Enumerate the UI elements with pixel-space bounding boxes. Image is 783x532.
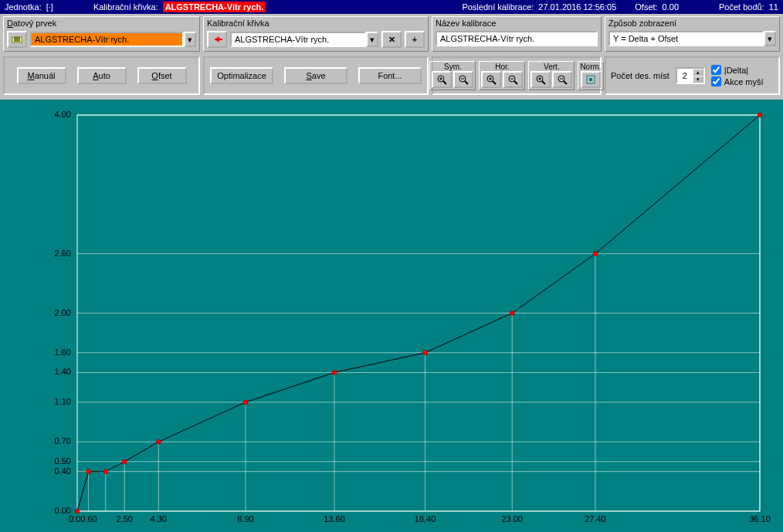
- panel-options: Počet des. míst ▴▾ |Delta| Akce myší: [605, 56, 780, 95]
- check-delta[interactable]: |Delta|: [711, 65, 764, 75]
- cal-curve-combo[interactable]: ▾: [230, 32, 378, 47]
- status-points-label: Počet bodů:: [719, 2, 764, 12]
- svg-line-13: [493, 81, 496, 84]
- svg-text:0.00.60: 0.00.60: [69, 514, 97, 524]
- auto-button[interactable]: Auto: [77, 67, 127, 84]
- toolbar-row-1: Datový prvek ▾ Kalibrační křivka ▾ ✕ +: [0, 14, 783, 54]
- zoom-hor-out-button[interactable]: [503, 71, 523, 88]
- svg-text:0.50: 0.50: [55, 456, 71, 466]
- zoom-hor-group: Hor.: [479, 61, 525, 90]
- delete-curve-button[interactable]: ✕: [381, 31, 402, 48]
- status-offset-label: Ofset:: [635, 2, 657, 12]
- svg-text:18.40: 18.40: [415, 514, 436, 524]
- svg-point-76: [423, 351, 428, 355]
- svg-point-70: [86, 469, 91, 474]
- check-mouse[interactable]: Akce myší: [711, 76, 764, 86]
- svg-text:2.00: 2.00: [55, 308, 71, 317]
- cal-curve-label: Kalibrační křivka: [207, 19, 425, 29]
- status-points-value: 11: [769, 2, 778, 12]
- zoom-vert-in-button[interactable]: [530, 71, 551, 88]
- display-mode-combo[interactable]: ▾: [608, 31, 776, 46]
- decimals-input[interactable]: [677, 71, 693, 80]
- svg-point-77: [510, 311, 514, 316]
- svg-rect-27: [589, 78, 592, 81]
- svg-text:36.10: 36.10: [749, 514, 771, 524]
- add-curve-button[interactable]: +: [405, 31, 425, 48]
- svg-point-78: [593, 252, 598, 256]
- status-unit-label: Jednotka:: [5, 2, 42, 12]
- panel-file-buttons: Optimalizace Save Font...: [203, 56, 429, 95]
- group-data-element: Datový prvek ▾: [3, 16, 200, 52]
- status-unit-value: [·]: [46, 2, 53, 12]
- svg-text:4.30: 4.30: [151, 514, 167, 524]
- svg-line-20: [542, 81, 545, 84]
- status-offset-value: 0.00: [663, 2, 679, 12]
- dropdown-icon[interactable]: ▾: [184, 32, 196, 47]
- svg-point-71: [103, 469, 108, 474]
- data-element-input[interactable]: [30, 32, 184, 47]
- data-element-lookup-button[interactable]: [7, 31, 27, 48]
- display-mode-input[interactable]: [608, 31, 764, 46]
- zoom-vert-label: Vert.: [544, 63, 560, 71]
- zoom-sym-label: Sym.: [444, 63, 462, 71]
- spin-down-icon[interactable]: ▾: [693, 76, 703, 83]
- group-cal-curve: Kalibrační křivka ▾ ✕ +: [203, 16, 429, 52]
- svg-text:13.60: 13.60: [324, 514, 345, 524]
- svg-text:23.00: 23.00: [501, 514, 523, 524]
- svg-text:0.40: 0.40: [55, 466, 71, 476]
- svg-point-69: [75, 509, 80, 513]
- status-lastcal-value: 27.01.2016 12:56:05: [538, 2, 616, 12]
- svg-text:1.10: 1.10: [55, 397, 71, 406]
- svg-line-17: [514, 81, 517, 84]
- svg-point-79: [758, 113, 762, 117]
- svg-text:0.70: 0.70: [55, 436, 71, 446]
- zoom-sym-group: Sym.: [429, 61, 476, 90]
- zoom-hor-in-button[interactable]: [481, 71, 501, 88]
- zoom-sym-out-button[interactable]: [453, 71, 473, 88]
- panel-zoom: Sym. Hor. Vert. Norm.: [432, 56, 602, 95]
- toolbar-row-2: Manuál Auto Ofset Optimalizace Save Font…: [0, 54, 783, 100]
- dropdown-icon[interactable]: ▾: [366, 32, 378, 47]
- svg-text:8.90: 8.90: [237, 514, 253, 524]
- group-display-mode: Způsob zobrazení ▾: [605, 16, 780, 52]
- copy-back-button[interactable]: [207, 31, 227, 48]
- svg-point-73: [156, 439, 161, 444]
- decimals-spinner[interactable]: ▴▾: [676, 67, 705, 84]
- data-element-combo[interactable]: ▾: [30, 32, 196, 47]
- svg-text:27.40: 27.40: [585, 514, 606, 524]
- group-cal-name: Název kalibrace: [432, 16, 602, 52]
- optimize-button[interactable]: Optimalizace: [210, 67, 273, 84]
- zoom-hor-label: Hor.: [495, 63, 509, 71]
- zoom-vert-out-button[interactable]: [552, 71, 572, 88]
- spin-up-icon[interactable]: ▴: [693, 69, 703, 76]
- svg-text:1.40: 1.40: [55, 367, 71, 376]
- display-mode-label: Způsob zobrazení: [608, 19, 776, 29]
- svg-text:4.00: 4.00: [55, 110, 71, 119]
- svg-line-24: [564, 81, 567, 84]
- zoom-sym-in-button[interactable]: [432, 71, 452, 88]
- svg-point-75: [332, 370, 337, 374]
- decimals-label: Počet des. míst: [611, 71, 669, 80]
- check-mouse-box[interactable]: [711, 76, 721, 86]
- save-button[interactable]: Save: [284, 67, 347, 84]
- check-delta-box[interactable]: [711, 65, 721, 75]
- svg-text:2.60: 2.60: [55, 249, 71, 258]
- svg-point-72: [122, 459, 127, 464]
- status-curve-value: ALGSTRECHA-Vítr rych.: [163, 2, 266, 12]
- status-lastcal-label: Poslední kalibrace:: [462, 2, 534, 12]
- svg-text:1.60: 1.60: [55, 347, 71, 357]
- zoom-norm-button[interactable]: [581, 71, 601, 88]
- data-element-label: Datový prvek: [7, 19, 196, 29]
- zoom-norm-label: Norm.: [580, 63, 601, 71]
- svg-text:2.50: 2.50: [117, 514, 133, 524]
- manual-button[interactable]: Manuál: [17, 67, 66, 84]
- cal-name-input[interactable]: [436, 31, 598, 46]
- svg-point-74: [243, 400, 248, 405]
- ofset-button[interactable]: Ofset: [137, 67, 187, 84]
- svg-line-10: [465, 81, 468, 84]
- cal-curve-input[interactable]: [230, 32, 366, 47]
- cal-name-label: Název kalibrace: [436, 19, 598, 29]
- font-button[interactable]: Font...: [358, 67, 422, 84]
- calibration-chart[interactable]: 0.000.400.500.701.101.401.602.002.604.00…: [0, 100, 783, 532]
- dropdown-icon[interactable]: ▾: [764, 31, 776, 46]
